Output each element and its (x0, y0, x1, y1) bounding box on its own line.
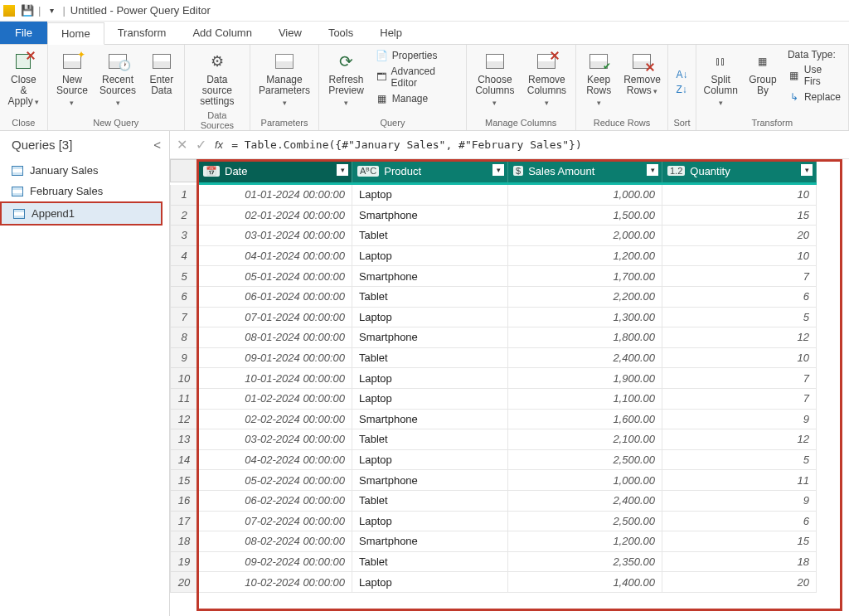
remove-rows-button[interactable]: Remove Rows (622, 48, 663, 116)
cell-product[interactable]: Tablet (352, 226, 508, 246)
cell-quantity[interactable]: 20 (662, 572, 817, 593)
keep-rows-button[interactable]: ✔Keep Rows (581, 48, 617, 116)
data-source-settings-button[interactable]: Data source settings (190, 48, 245, 109)
recent-sources-button[interactable]: 🕐Recent Sources (96, 48, 139, 116)
filter-dropdown-icon[interactable]: ▾ (492, 164, 504, 176)
enter-data-button[interactable]: Enter Data (144, 48, 179, 116)
table-row[interactable]: 808-01-2024 00:00:00Smartphone1,800.0012 (170, 327, 849, 348)
split-column-button[interactable]: ⫿⫿Split Column (701, 48, 740, 116)
cell-sales-amount[interactable]: 1,700.00 (508, 266, 662, 287)
cell-product[interactable]: Laptop (352, 512, 508, 532)
cell-quantity[interactable]: 12 (662, 327, 817, 348)
use-first-row-button[interactable]: ▦Use Firs (785, 63, 843, 88)
cell-product[interactable]: Tablet (352, 348, 508, 369)
table-row[interactable]: 707-01-2024 00:00:00Laptop1,300.005 (170, 308, 849, 328)
cell-product[interactable]: Smartphone (352, 206, 508, 226)
cell-product[interactable]: Tablet (352, 552, 508, 573)
cell-date[interactable]: 09-01-2024 00:00:00 (198, 348, 352, 369)
tab-file[interactable]: File (0, 22, 47, 44)
cell-product[interactable]: Tablet (352, 429, 508, 450)
cell-product[interactable]: Laptop (352, 185, 508, 206)
row-number[interactable]: 16 (170, 491, 198, 512)
cell-product[interactable]: Smartphone (352, 470, 508, 491)
cell-quantity[interactable]: 10 (662, 348, 817, 369)
row-number[interactable]: 20 (170, 572, 198, 593)
col-header-sales-amount[interactable]: $Sales Amount▾ (508, 159, 662, 182)
row-number[interactable]: 8 (170, 327, 198, 348)
cell-quantity[interactable]: 18 (662, 552, 817, 573)
collapse-panel-icon[interactable]: < (153, 138, 161, 152)
cell-product[interactable]: Laptop (352, 246, 508, 267)
cell-quantity[interactable]: 15 (662, 206, 817, 226)
cell-product[interactable]: Smartphone (352, 327, 508, 348)
cell-sales-amount[interactable]: 2,100.00 (508, 429, 662, 450)
tab-add-column[interactable]: Add Column (179, 22, 265, 44)
cell-quantity[interactable]: 9 (662, 491, 817, 512)
table-row[interactable]: 1010-01-2024 00:00:00Laptop1,900.007 (170, 368, 849, 389)
query-item-append1[interactable]: Append1 (0, 201, 163, 226)
table-row[interactable]: 1101-02-2024 00:00:00Laptop1,100.007 (170, 389, 849, 410)
table-row[interactable]: 909-01-2024 00:00:00Tablet2,400.0010 (170, 348, 849, 369)
advanced-editor-button[interactable]: 🗔Advanced Editor (373, 65, 461, 90)
cell-product[interactable]: Smartphone (352, 410, 508, 430)
cell-sales-amount[interactable]: 1,400.00 (508, 572, 662, 593)
cell-quantity[interactable]: 7 (662, 389, 817, 410)
manage-parameters-button[interactable]: Manage Parameters (255, 48, 313, 116)
cell-sales-amount[interactable]: 2,350.00 (508, 552, 662, 573)
cell-date[interactable]: 02-02-2024 00:00:00 (198, 410, 352, 430)
cell-quantity[interactable]: 9 (662, 410, 817, 430)
cell-sales-amount[interactable]: 2,000.00 (508, 226, 662, 246)
cell-sales-amount[interactable]: 2,200.00 (508, 287, 662, 308)
cell-product[interactable]: Smartphone (352, 531, 508, 552)
replace-values-button[interactable]: ↳Replace (785, 90, 843, 104)
cell-date[interactable]: 04-02-2024 00:00:00 (198, 450, 352, 471)
row-number[interactable]: 18 (170, 531, 198, 552)
filter-dropdown-icon[interactable]: ▾ (647, 164, 658, 176)
cell-sales-amount[interactable]: 1,900.00 (508, 368, 662, 389)
sort-desc-button[interactable]: Z↓ (673, 83, 690, 96)
table-row[interactable]: 1707-02-2024 00:00:00Laptop2,500.006 (170, 512, 849, 532)
cell-quantity[interactable]: 12 (662, 429, 817, 450)
query-item-january[interactable]: January Sales (0, 160, 169, 181)
row-number[interactable]: 9 (170, 348, 198, 369)
table-row[interactable]: 1303-02-2024 00:00:00Tablet2,100.0012 (170, 429, 849, 450)
cell-product[interactable]: Laptop (352, 450, 508, 471)
close-apply-button[interactable]: Close & Apply (5, 48, 42, 116)
row-number[interactable]: 12 (170, 410, 198, 430)
cell-date[interactable]: 03-01-2024 00:00:00 (198, 226, 352, 246)
cell-product[interactable]: Laptop (352, 572, 508, 593)
data-type-button[interactable]: Data Type: (785, 48, 843, 61)
cell-date[interactable]: 07-02-2024 00:00:00 (198, 512, 352, 532)
cell-product[interactable]: Laptop (352, 389, 508, 410)
cell-date[interactable]: 08-01-2024 00:00:00 (198, 327, 352, 348)
row-number[interactable]: 3 (170, 226, 198, 246)
cell-date[interactable]: 06-01-2024 00:00:00 (198, 287, 352, 308)
row-number[interactable]: 4 (170, 246, 198, 267)
cell-product[interactable]: Laptop (352, 308, 508, 328)
tab-tools[interactable]: Tools (315, 22, 366, 44)
cell-quantity[interactable]: 10 (662, 246, 817, 267)
table-row[interactable]: 1606-02-2024 00:00:00Tablet2,400.009 (170, 491, 849, 512)
cell-sales-amount[interactable]: 1,200.00 (508, 531, 662, 552)
cancel-formula-icon[interactable]: ✕ (177, 137, 187, 153)
cell-quantity[interactable]: 10 (662, 185, 817, 206)
row-number[interactable]: 7 (170, 308, 198, 328)
table-row[interactable]: 1505-02-2024 00:00:00Smartphone1,000.001… (170, 470, 849, 491)
cell-sales-amount[interactable]: 1,500.00 (508, 206, 662, 226)
cell-sales-amount[interactable]: 1,100.00 (508, 389, 662, 410)
cell-quantity[interactable]: 6 (662, 287, 817, 308)
cell-quantity[interactable]: 7 (662, 266, 817, 287)
cell-sales-amount[interactable]: 1,800.00 (508, 327, 662, 348)
table-row[interactable]: 1909-02-2024 00:00:00Tablet2,350.0018 (170, 552, 849, 573)
table-row[interactable]: 2010-02-2024 00:00:00Laptop1,400.0020 (170, 572, 849, 593)
cell-quantity[interactable]: 20 (662, 226, 817, 246)
tab-help[interactable]: Help (366, 22, 415, 44)
cell-date[interactable]: 06-02-2024 00:00:00 (198, 491, 352, 512)
cell-product[interactable]: Tablet (352, 491, 508, 512)
cell-sales-amount[interactable]: 1,000.00 (508, 470, 662, 491)
table-row[interactable]: 505-01-2024 00:00:00Smartphone1,700.007 (170, 266, 849, 287)
new-source-button[interactable]: ✦New Source (53, 48, 91, 116)
cell-date[interactable]: 10-01-2024 00:00:00 (198, 368, 352, 389)
cell-sales-amount[interactable]: 2,400.00 (508, 348, 662, 369)
qat-dropdown[interactable]: ▾ (42, 6, 61, 15)
